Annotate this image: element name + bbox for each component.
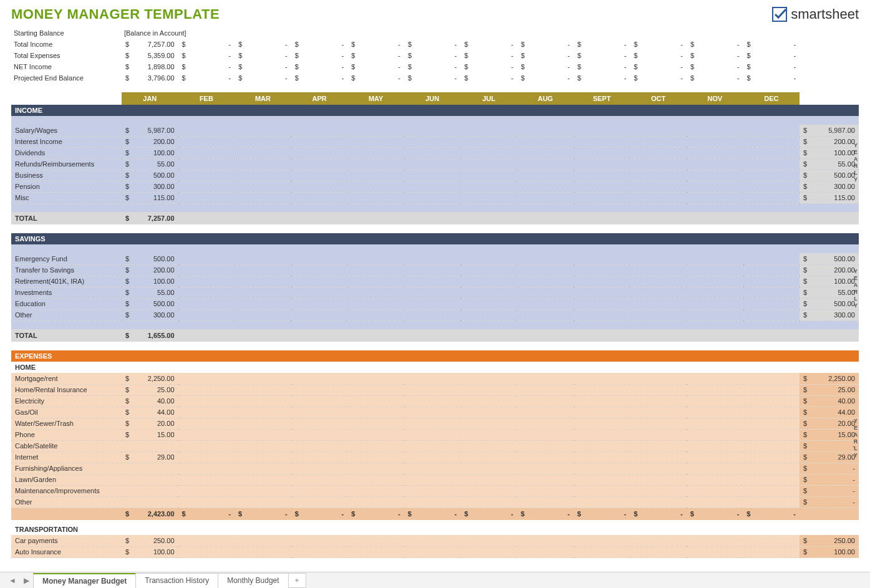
line-item-cell[interactable] bbox=[234, 429, 291, 440]
line-item-cell[interactable] bbox=[234, 264, 291, 276]
line-item-cell[interactable] bbox=[404, 276, 461, 287]
line-item-cell[interactable] bbox=[178, 298, 235, 309]
line-item-cell[interactable] bbox=[178, 147, 235, 158]
line-item-cell[interactable] bbox=[630, 407, 687, 418]
summary-cell[interactable]: $7,257.00 bbox=[122, 39, 178, 50]
line-item-cell[interactable] bbox=[630, 451, 687, 463]
line-item-cell[interactable] bbox=[687, 451, 743, 463]
line-item-cell[interactable] bbox=[743, 451, 800, 463]
line-item-cell[interactable] bbox=[178, 535, 235, 546]
line-item-cell[interactable] bbox=[178, 253, 235, 264]
summary-cell[interactable]: $- bbox=[687, 39, 743, 50]
line-item-cell[interactable] bbox=[743, 496, 800, 508]
line-item-cell[interactable] bbox=[743, 418, 800, 429]
line-item-cell[interactable]: $500.00 bbox=[122, 170, 178, 181]
line-item-cell[interactable] bbox=[687, 395, 743, 407]
line-item-cell[interactable] bbox=[574, 546, 631, 557]
line-item-cell[interactable] bbox=[404, 546, 461, 557]
line-item-cell[interactable] bbox=[404, 418, 461, 429]
line-item-cell[interactable] bbox=[122, 474, 178, 485]
line-item-cell[interactable] bbox=[687, 287, 743, 298]
line-item-cell[interactable] bbox=[404, 309, 461, 321]
line-item-cell[interactable]: $300.00 bbox=[122, 309, 178, 321]
summary-cell[interactable]: $- bbox=[404, 39, 461, 50]
line-item-cell[interactable] bbox=[687, 181, 743, 192]
line-item-cell[interactable] bbox=[404, 287, 461, 298]
line-item-cell[interactable] bbox=[743, 535, 800, 546]
summary-cell[interactable]: $- bbox=[630, 39, 687, 50]
line-item-cell[interactable] bbox=[574, 535, 631, 546]
line-item-cell[interactable] bbox=[347, 384, 404, 395]
line-item-cell[interactable] bbox=[517, 407, 574, 418]
line-item-cell[interactable] bbox=[122, 496, 178, 508]
line-item-cell[interactable] bbox=[743, 474, 800, 485]
line-item-cell[interactable] bbox=[687, 496, 743, 508]
line-item-cell[interactable] bbox=[517, 485, 574, 496]
line-item-cell[interactable] bbox=[630, 384, 687, 395]
line-item-cell[interactable] bbox=[460, 136, 517, 147]
line-item-cell[interactable]: $5,987.00 bbox=[122, 125, 178, 136]
line-item-cell[interactable] bbox=[574, 147, 631, 158]
summary-cell[interactable]: $- bbox=[517, 72, 574, 84]
line-item-cell[interactable] bbox=[460, 125, 517, 136]
line-item-cell[interactable] bbox=[404, 463, 461, 474]
line-item-cell[interactable] bbox=[461, 287, 518, 298]
line-item-cell[interactable] bbox=[404, 384, 461, 395]
line-item-cell[interactable] bbox=[460, 181, 517, 192]
line-item-cell[interactable] bbox=[630, 136, 687, 147]
line-item-cell[interactable] bbox=[517, 429, 574, 440]
line-item-cell[interactable] bbox=[234, 474, 291, 485]
line-item-cell[interactable]: $500.00 bbox=[122, 298, 178, 309]
line-item-cell[interactable] bbox=[234, 136, 291, 147]
line-item-cell[interactable] bbox=[687, 384, 743, 395]
line-item-cell[interactable] bbox=[630, 546, 687, 557]
line-item-cell[interactable] bbox=[517, 276, 574, 287]
line-item-cell[interactable] bbox=[517, 496, 574, 508]
line-item-cell[interactable] bbox=[517, 158, 574, 170]
line-item-cell[interactable] bbox=[234, 181, 291, 192]
line-item-cell[interactable] bbox=[347, 407, 404, 418]
line-item-cell[interactable] bbox=[630, 253, 687, 264]
line-item-cell[interactable] bbox=[404, 496, 461, 508]
line-item-cell[interactable] bbox=[460, 384, 517, 395]
line-item-cell[interactable] bbox=[122, 440, 178, 451]
line-item-cell[interactable] bbox=[178, 546, 235, 557]
balance-placeholder[interactable]: [Balance in Account] bbox=[122, 27, 859, 39]
summary-cell[interactable]: $5,359.00 bbox=[122, 50, 178, 61]
line-item-cell[interactable] bbox=[517, 170, 574, 181]
line-item-cell[interactable] bbox=[291, 181, 348, 192]
line-item-cell[interactable] bbox=[687, 463, 743, 474]
line-item-cell[interactable] bbox=[291, 253, 348, 264]
line-item-cell[interactable] bbox=[178, 407, 235, 418]
line-item-cell[interactable] bbox=[517, 309, 574, 321]
line-item-cell[interactable] bbox=[291, 309, 348, 321]
line-item-cell[interactable] bbox=[630, 276, 687, 287]
line-item-cell[interactable]: $25.00 bbox=[122, 384, 178, 395]
line-item-cell[interactable] bbox=[460, 535, 517, 546]
line-item-cell[interactable] bbox=[347, 463, 404, 474]
line-item-cell[interactable] bbox=[178, 384, 235, 395]
line-item-cell[interactable] bbox=[404, 298, 461, 309]
summary-cell[interactable]: $- bbox=[291, 61, 348, 72]
line-item-cell[interactable] bbox=[178, 463, 235, 474]
summary-cell[interactable]: $- bbox=[234, 39, 291, 50]
summary-cell[interactable]: $- bbox=[347, 72, 404, 84]
line-item-cell[interactable] bbox=[630, 298, 687, 309]
line-item-cell[interactable] bbox=[687, 276, 743, 287]
line-item-cell[interactable] bbox=[743, 309, 800, 321]
line-item-cell[interactable] bbox=[178, 181, 235, 192]
line-item-cell[interactable] bbox=[291, 170, 348, 181]
line-item-cell[interactable] bbox=[178, 395, 235, 407]
line-item-cell[interactable] bbox=[687, 158, 743, 170]
summary-cell[interactable]: $- bbox=[347, 39, 404, 50]
summary-cell[interactable]: $- bbox=[517, 61, 574, 72]
line-item-cell[interactable] bbox=[347, 485, 404, 496]
line-item-cell[interactable] bbox=[178, 418, 235, 429]
summary-cell[interactable]: $- bbox=[178, 50, 235, 61]
line-item-cell[interactable] bbox=[291, 125, 348, 136]
line-item-cell[interactable] bbox=[347, 147, 404, 158]
line-item-cell[interactable] bbox=[460, 546, 517, 557]
line-item-cell[interactable] bbox=[630, 395, 687, 407]
summary-cell[interactable]: $- bbox=[234, 50, 291, 61]
line-item-cell[interactable] bbox=[178, 474, 235, 485]
